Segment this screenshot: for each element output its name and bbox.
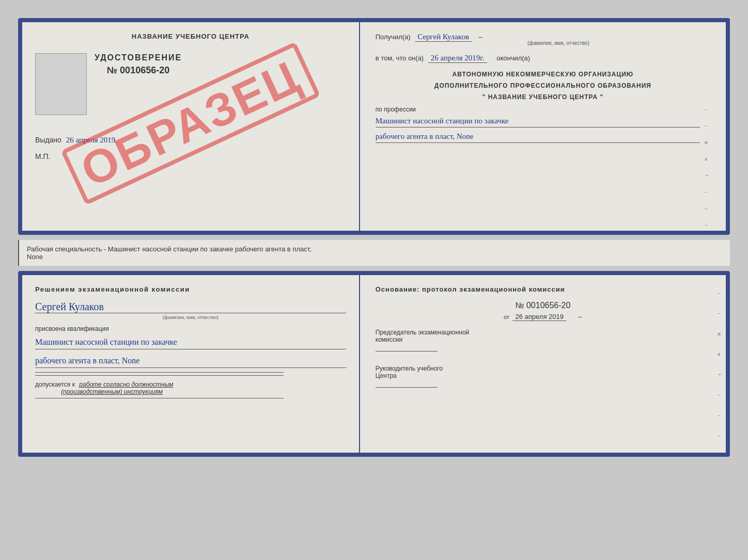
rukovoditel-sig-line	[376, 387, 438, 388]
protocol-date: от 26 апреля 2019 –	[376, 313, 710, 321]
profession-line2: рабочего агента в пласт, None	[376, 130, 700, 143]
rukovoditel-block: Руководитель учебного Центра	[376, 365, 710, 391]
i-char-bottom: и	[718, 330, 723, 337]
dopuskaetsya-label: допускается к	[35, 381, 75, 388]
info-text-2: None	[27, 253, 722, 261]
a-char-top: а	[705, 155, 710, 162]
ot-date: 26 апреля 2019	[512, 313, 566, 321]
org-block: АВТОНОМНУЮ НЕКОММЕРЧЕСКУЮ ОРГАНИЗАЦИЮ ДО…	[376, 71, 710, 101]
vtom-date: 26 апреля 2019г.	[428, 54, 487, 63]
predsedatel-block: Председатель экзаменационной комиссии	[376, 329, 710, 355]
dash-rr3: –	[718, 391, 723, 397]
mp-line: М.П.	[35, 152, 346, 161]
vydano-date: 26 апреля 2019	[66, 136, 116, 144]
ot-label: от	[504, 314, 509, 320]
udostoverenie-block: УДОСТОВЕРЕНИЕ № 0010656-20	[95, 53, 182, 120]
reshenie-title: Решением экзаменационной комиссии	[35, 285, 346, 293]
po-professii: по профессии	[376, 106, 700, 113]
profession-line1: Машинист насосной станции по закачке	[376, 115, 700, 127]
dash-r4: –	[705, 188, 710, 195]
page-wrapper: НАЗВАНИЕ УЧЕБНОГО ЦЕНТРА УДОСТОВЕРЕНИЕ №…	[10, 10, 738, 465]
udost-number: № 0010656-20	[95, 65, 182, 76]
dash-r6: –	[705, 221, 710, 228]
vtom-row: в том, что он(а) 26 апреля 2019г. окончи…	[376, 54, 710, 63]
dash-r3: ←	[705, 172, 710, 178]
name-block-bottom: Сергей Кулаков (фамилия, имя, отчество)	[35, 301, 346, 320]
prisvoena-label: присвоена квалификация	[35, 325, 346, 332]
dash-rr2: –	[718, 310, 723, 316]
familiya-label-bottom: (фамилия, имя, отчество)	[35, 314, 346, 320]
cert-bottom-right: Основание: протокол экзаменационной коми…	[360, 275, 726, 453]
poluchil-row: Получил(а) Сергей Кулаков – (фамилия, им…	[376, 33, 710, 46]
org-line3: " НАЗВАНИЕ УЧЕБНОГО ЦЕНТРА "	[376, 93, 710, 101]
cert-top-left: НАЗВАНИЕ УЧЕБНОГО ЦЕНТРА УДОСТОВЕРЕНИЕ №…	[22, 22, 360, 231]
org-line1: АВТОНОМНУЮ НЕКОММЕРЧЕСКУЮ ОРГАНИЗАЦИЮ	[376, 71, 710, 78]
protocol-number: № 0010656-20	[376, 301, 710, 310]
org-line2: ДОПОЛНИТЕЛЬНОГО ПРОФЕССИОНАЛЬНОГО ОБРАЗО…	[376, 82, 710, 89]
qual-line2: рабочего агента в пласт, None	[35, 354, 346, 368]
vtom-label: в том, что он(а)	[376, 54, 424, 62]
dopuskaetsya-block: допускается к работе согласно должностны…	[35, 381, 346, 395]
arrow-bottom: ←	[718, 371, 723, 377]
bottom-line3	[35, 398, 284, 398]
predsedatel-label: Председатель экзаменационной	[376, 329, 710, 336]
udost-title: УДОСТОВЕРЕНИЕ	[95, 53, 182, 62]
cert-top-right: Получил(а) Сергей Кулаков – (фамилия, им…	[360, 22, 726, 231]
vydano-label: Выдано	[35, 136, 61, 144]
dash-r5: –	[705, 205, 710, 211]
dash-r1: –	[705, 106, 710, 112]
photo-area	[35, 53, 87, 115]
poluchil-value: Сергей Кулаков	[415, 33, 472, 42]
dopuskaetsya-value2: (производственным) инструкциям	[61, 388, 163, 395]
i-char-top: и	[705, 139, 710, 145]
qual-line1: Машинист насосной станции по закачке	[35, 335, 346, 349]
rukovoditel-label2: Центра	[376, 372, 710, 379]
vydano-line: Выдано 26 апреля 2019	[35, 136, 346, 145]
bottom-certificate: Решением экзаменационной комиссии Сергей…	[18, 271, 730, 457]
dash-r2: –	[705, 122, 710, 129]
info-bar: Рабочая специальность - Машинист насосно…	[18, 240, 730, 266]
predsedatel-label2: комиссии	[376, 336, 710, 343]
dash-rr4: –	[718, 412, 723, 418]
top-certificate: НАЗВАНИЕ УЧЕБНОГО ЦЕНТРА УДОСТОВЕРЕНИЕ №…	[18, 18, 730, 235]
profession-block: по профессии Машинист насосной станции п…	[376, 106, 710, 143]
cert-bottom-left: Решением экзаменационной комиссии Сергей…	[22, 275, 360, 453]
predsedatel-sig-line	[376, 351, 438, 351]
okончил-label: окончил(а)	[496, 54, 530, 62]
bottom-line2	[35, 375, 284, 376]
dash1: –	[479, 33, 482, 41]
dash-rr1: –	[718, 290, 723, 296]
rukovoditel-label: Руководитель учебного	[376, 365, 710, 372]
a-char-bottom: а	[718, 350, 723, 357]
poluchil-label: Получил(а)	[376, 33, 411, 41]
cert-top-title: НАЗВАНИЕ УЧЕБНОГО ЦЕНТРА	[35, 33, 346, 40]
dash-bottom-r1: –	[579, 313, 582, 321]
dopuskaetsya-value: работе согласно должностным	[79, 381, 173, 388]
dash-rr5: –	[718, 432, 723, 438]
info-text-1: Рабочая специальность - Машинист насосно…	[27, 245, 722, 253]
osnovanie-title: Основание: протокол экзаменационной коми…	[376, 285, 710, 293]
name-cursive-bottom: Сергей Кулаков	[35, 301, 346, 313]
bottom-line1	[35, 372, 284, 373]
